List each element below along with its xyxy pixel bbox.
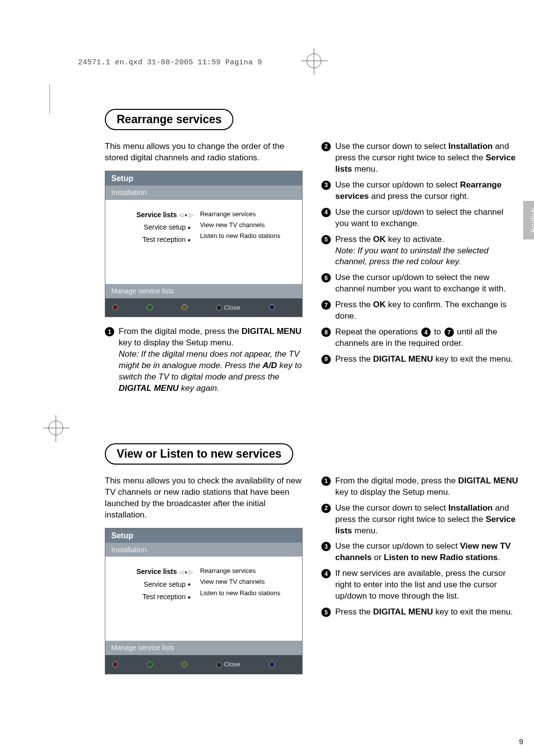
step-number: 2 (321, 142, 331, 151)
osd-right-listen-radio: Listen to new Radio stations (200, 588, 297, 599)
osd-item-service-setup: Service setup (144, 223, 186, 231)
white-dot-icon (216, 662, 222, 668)
blue-dot-icon (269, 662, 275, 667)
step-3: 3 Use the cursor up/down to select View … (321, 541, 519, 564)
step-number: 5 (321, 608, 331, 617)
white-dot-icon (216, 305, 222, 311)
osd-item-test-reception: Test reception (142, 236, 185, 243)
crop-mark (49, 84, 50, 114)
step-3: 3 Use the cursor up/down to select Rearr… (321, 180, 519, 202)
green-dot-icon (147, 304, 153, 310)
step-2: 2 Use the cursor down to select Installa… (321, 503, 519, 537)
section2-left-col: This menu allows you to check the availa… (105, 475, 303, 683)
osd-left-menu: Service lists ◁ ● ▷ Service setup Test r… (110, 566, 193, 603)
step-2: 2 Use the cursor down to select Installa… (321, 141, 519, 175)
red-dot-icon (112, 662, 118, 667)
section-title-rearrange: Rearrange services (105, 109, 233, 130)
blue-dot-icon (269, 304, 275, 310)
osd-screenshot-1: Setup Installation Service lists ◁ ● ▷ S… (105, 171, 303, 317)
section2-right-col: 1 From the digital mode, press the DIGIT… (321, 475, 519, 683)
osd-right-view-tv: View new TV channels (200, 576, 297, 587)
step-number-1: 1 (105, 327, 114, 336)
step-number: 3 (321, 181, 331, 190)
green-dot-icon (147, 662, 153, 667)
step-4: 4 Use the cursor up/down to select the c… (321, 207, 519, 230)
step-number: 3 (321, 542, 331, 551)
osd-body: Service lists ◁ ● ▷ Service setup Test r… (105, 557, 302, 641)
section2: View or Listen to new services This menu… (105, 443, 520, 683)
print-header-line: 24571.1 en.qxd 31-08-2005 11:59 Pagina 9 (78, 58, 262, 67)
step-number: 6 (321, 273, 331, 283)
osd-left-menu: Service lists ◁ ● ▷ Service setup Test r… (110, 209, 193, 246)
osd-right-view-tv: View new TV channels (200, 220, 297, 231)
osd-hint: Manage service lists (105, 641, 302, 655)
step-number: 9 (321, 355, 331, 364)
osd-right-menu: Rearrange services View new TV channels … (200, 209, 297, 246)
section-title-view-listen: View or Listen to new services (105, 443, 293, 465)
section2-intro: This menu allows you to check the availa… (105, 475, 303, 521)
step-number: 2 (321, 504, 331, 513)
osd-right-menu: Rearrange services View new TV channels … (200, 566, 297, 603)
step-1: 1 From the digital mode, press the DIGIT… (321, 475, 519, 498)
osd-footer: Close (105, 655, 302, 674)
osd-item-service-lists: Service lists (136, 211, 177, 219)
section1-left-col: This menu allows you to change the order… (105, 141, 303, 399)
registration-mark-left (48, 421, 63, 435)
osd-right-listen-radio: Listen to new Radio stations (200, 231, 297, 241)
section1-right-col: 2 Use the cursor down to select Installa… (321, 141, 519, 399)
osd-subtitle: Installation (105, 543, 302, 557)
osd-item-service-lists: Service lists (136, 567, 177, 575)
step-4: 4 If new services are available, press t… (321, 568, 519, 602)
language-tab: English (523, 201, 534, 239)
registration-mark-top (307, 53, 321, 68)
red-dot-icon (112, 304, 118, 310)
osd-right-rearrange: Rearrange services (200, 566, 297, 576)
step-number: 1 (321, 476, 331, 486)
osd-close-label: Close (224, 661, 240, 668)
osd-right-rearrange: Rearrange services (200, 209, 297, 220)
section1-intro: This menu allows you to change the order… (105, 141, 303, 164)
osd-close-label: Close (224, 304, 240, 311)
page-content: English Rearrange services This menu all… (105, 109, 520, 683)
osd-hint: Manage service lists (105, 284, 302, 298)
step-6: 6 Use the cursor up/down to select the n… (321, 272, 519, 295)
step-8: 8 Repeat the operations 4 to 7 until all… (321, 327, 519, 349)
step-number: 4 (321, 569, 331, 578)
ref-step-7: 7 (445, 328, 454, 337)
page-number: 9 (519, 737, 523, 746)
osd-item-test-reception: Test reception (142, 593, 185, 601)
osd-title: Setup (105, 171, 302, 186)
osd-item-service-setup: Service setup (144, 580, 186, 588)
step-7: 7 Press the OK key to confirm. The excha… (321, 299, 519, 322)
section1-columns: This menu allows you to change the order… (105, 141, 520, 399)
step-number: 7 (321, 300, 331, 310)
osd-screenshot-2: Setup Installation Service lists ◁ ● ▷ S… (105, 528, 303, 674)
step-number: 8 (321, 328, 331, 337)
osd-footer: Close (105, 298, 302, 317)
yellow-dot-icon (181, 662, 187, 667)
ref-step-4: 4 (421, 328, 431, 337)
osd-title: Setup (105, 528, 302, 543)
yellow-dot-icon (181, 304, 187, 310)
nav-arrows-icon: ◁ ● ▷ (179, 567, 193, 577)
step-number: 4 (321, 208, 331, 217)
step-number: 5 (321, 235, 331, 244)
osd-body: Service lists ◁ ● ▷ Service setup Test r… (105, 200, 302, 284)
step-9: 9 Press the DIGITAL MENU key to exit the… (321, 354, 519, 365)
step-1: 1 From the digital mode, press the DIGIT… (105, 326, 303, 394)
nav-arrows-icon: ◁ ● ▷ (179, 210, 193, 220)
step-5: 5 Press the DIGITAL MENU key to exit the… (321, 607, 519, 618)
step-5: 5 Press the OK key to activate.Note: If … (321, 234, 519, 268)
section2-columns: This menu allows you to check the availa… (105, 475, 520, 683)
osd-subtitle: Installation (105, 186, 302, 199)
